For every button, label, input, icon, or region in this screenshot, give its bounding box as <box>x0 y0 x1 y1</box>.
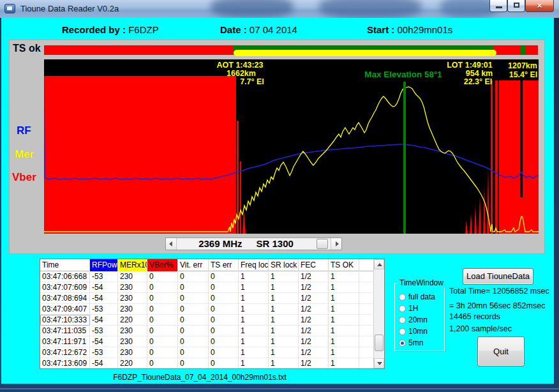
table-cell: -53 <box>90 271 118 282</box>
table-cell: 0 <box>147 326 178 336</box>
scroll-left-button[interactable] <box>166 238 177 250</box>
start-label: Start : <box>367 24 394 35</box>
table-cell: 0 <box>209 271 239 282</box>
table-cell: 1/2 <box>299 293 329 304</box>
table-row[interactable]: 03:47:11:035-53230000111/21 <box>40 326 373 336</box>
table-row[interactable]: 03:47:06:668-53230000111/21 <box>40 271 373 282</box>
table-cell: 03:47:13:609 <box>40 358 90 368</box>
table-cell: 1 <box>329 293 359 304</box>
table-cell: 1 <box>239 271 269 282</box>
radio-label: full data <box>408 292 435 301</box>
chart-annotation: Max Elevation 58°1 <box>364 70 442 79</box>
table-cell: 03:47:08:694 <box>40 293 90 304</box>
chart-panel: TS ok AOT 1:43:231662km7.7° ElMax Elevat… <box>9 40 545 254</box>
table-cell: 1 <box>239 315 269 326</box>
load-tiounedata-button[interactable]: Load TiouneData <box>463 268 533 285</box>
radio-circle-icon <box>399 317 406 324</box>
table-cell: 0 <box>147 282 178 293</box>
window-border-highlight <box>0 388 559 389</box>
frequency-readout: 2369 MHzSR 1300 <box>179 238 313 250</box>
column-header-rfpower: RFPower <box>90 259 118 271</box>
table-cell: 230 <box>118 304 147 315</box>
table-row[interactable]: 03:47:09:407-53230000111/21 <box>40 304 373 315</box>
date-label: Date : <box>220 24 247 35</box>
date-text: Date : 07 04 2014 <box>220 24 297 35</box>
table-cell: 1 <box>269 336 299 347</box>
rf-trace-label: RF <box>17 124 31 137</box>
table-cell: 1 <box>329 304 359 315</box>
recorded-by-label: Recorded by : <box>62 24 126 35</box>
scroll-right-button[interactable] <box>331 238 341 250</box>
table-row[interactable]: 03:47:11:971-54230000111/21 <box>40 336 373 347</box>
table-scrollbar[interactable] <box>373 259 384 368</box>
maximize-button[interactable] <box>507 0 525 12</box>
radio-5mn[interactable]: 5mn <box>399 337 443 349</box>
table-cell: 0 <box>178 293 209 304</box>
table-cell: 1 <box>329 282 359 293</box>
table-cell: 03:47:12:672 <box>40 347 90 358</box>
client-area: Recorded by : F6DZP Date : 07 04 2014 St… <box>1 18 554 384</box>
table-cell: 1 <box>239 282 269 293</box>
down-arrow-icon <box>377 362 382 365</box>
table-cell: -54 <box>90 336 118 347</box>
table-cell: 1 <box>269 293 299 304</box>
chart-annotation: 22.3° El <box>464 77 493 86</box>
table-cell: 1 <box>269 282 299 293</box>
frequency-scrollbar[interactable]: 2369 MHzSR 1300 <box>165 237 342 250</box>
start-value: 00h29mn01s <box>398 24 453 35</box>
table-cell: 1 <box>329 315 359 326</box>
radio-circle-icon <box>399 328 406 335</box>
scroll-up-button[interactable] <box>374 259 384 269</box>
table-cell: 1 <box>329 336 359 347</box>
minimize-button[interactable] <box>489 0 507 12</box>
close-button[interactable]: × <box>525 0 554 12</box>
radio-full-data[interactable]: full data <box>399 291 443 303</box>
table-cell: 03:47:11:971 <box>40 336 90 347</box>
column-header-merx10: MERx10 <box>118 259 147 271</box>
scrollbar-thumb[interactable] <box>317 239 328 249</box>
table-cell: 0 <box>178 304 209 315</box>
table-row[interactable]: 03:47:08:694-54230000111/21 <box>40 293 373 304</box>
table-cell: 1 <box>269 347 299 358</box>
table-cell: 1 <box>329 271 359 282</box>
table-cell: 1 <box>269 358 299 368</box>
ts-ok-label: TS ok <box>13 43 41 54</box>
table-row[interactable]: 03:47:07:609-54230000111/21 <box>40 282 373 293</box>
time-window-title: TimeWindow <box>398 278 445 287</box>
table-scrollbar-thumb[interactable] <box>375 335 384 351</box>
table-row[interactable]: 03:47:13:609-54220000111/21 <box>40 358 373 368</box>
column-header-time: Time <box>40 259 90 271</box>
table-cell: 0 <box>147 304 178 315</box>
quit-button[interactable]: Quit <box>477 336 525 366</box>
table-cell: 1 <box>239 347 269 358</box>
radio-10mn[interactable]: 10mn <box>399 326 443 337</box>
table-cell: 1/2 <box>299 358 329 368</box>
table-cell: 1 <box>269 271 299 282</box>
table-header-row: TimeRFPowerMERx10VBer%Vit. errTS errFreq… <box>40 259 373 271</box>
title-bar[interactable]: Tioune Data Reader V0.2a × <box>0 0 559 18</box>
table-cell: 0 <box>209 336 239 347</box>
ts-status-bar <box>44 45 539 58</box>
titlebar-glass-highlight <box>319 0 421 18</box>
table-row[interactable]: 03:47:10:333-54220000111/21 <box>40 315 373 326</box>
total-time-hms: = 3h 20mn 56sec 852msec <box>449 301 545 310</box>
radio-label: 5mn <box>408 338 423 347</box>
ts-segment <box>525 45 538 55</box>
ts-segment <box>496 45 520 55</box>
maximize-icon <box>514 3 519 8</box>
scroll-down-button[interactable] <box>374 358 384 368</box>
table-cell: 0 <box>209 347 239 358</box>
window-title: Tioune Data Reader V0.2a <box>20 4 119 13</box>
radio-circle-icon <box>399 294 406 301</box>
table-row[interactable]: 03:47:12:672-53230000111/21 <box>40 347 373 358</box>
table-cell: 1 <box>329 347 359 358</box>
chart-annotation: 1662km <box>227 69 256 78</box>
radio-label: 10mn <box>408 327 428 336</box>
chart-annotation: 7.7° El <box>240 77 264 86</box>
radio-circle-icon <box>399 340 406 347</box>
radio-1H[interactable]: 1H <box>399 303 443 314</box>
table-cell: -54 <box>90 282 118 293</box>
radio-20mn[interactable]: 20mn <box>399 314 443 326</box>
table-cell: 230 <box>118 293 147 304</box>
table-cell: 220 <box>118 358 147 368</box>
